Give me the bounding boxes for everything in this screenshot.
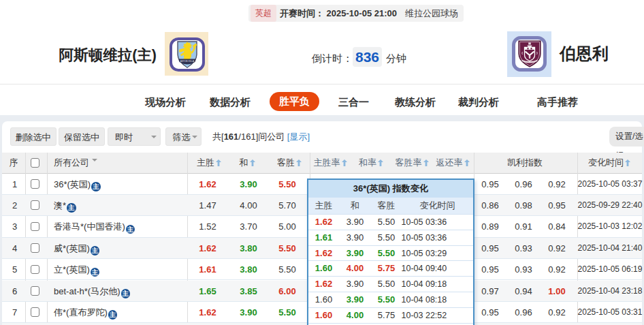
svg-text:ASTON VILLA: ASTON VILLA	[180, 60, 195, 63]
